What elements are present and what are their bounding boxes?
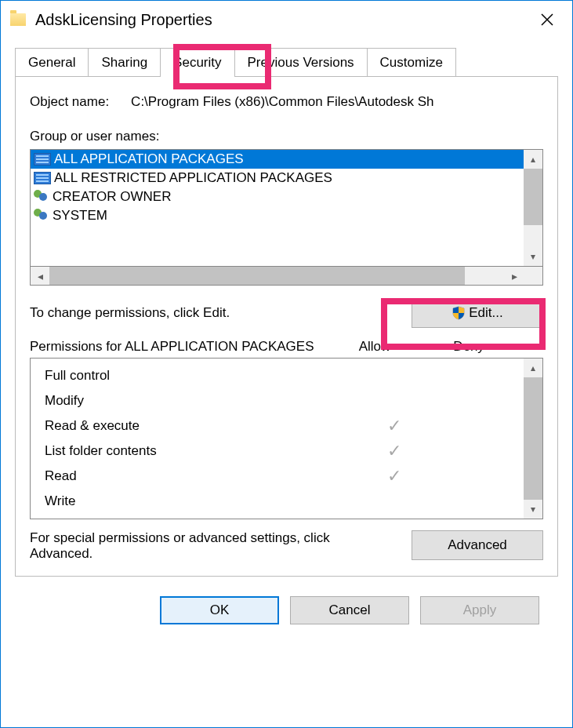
scroll-up-icon[interactable]: ▴ (524, 359, 542, 377)
users-icon (34, 209, 49, 223)
edit-button[interactable]: Edit... (412, 298, 543, 328)
hscroll-thumb[interactable] (49, 267, 465, 285)
folder-icon (10, 13, 26, 26)
package-icon (34, 172, 51, 184)
tab-previous-versions[interactable]: Previous Versions (234, 48, 368, 77)
apply-button: Apply (420, 596, 539, 624)
users-icon (34, 190, 49, 204)
permission-row[interactable]: Read✓ (45, 464, 524, 489)
tab-security[interactable]: Security (160, 48, 234, 77)
permission-row[interactable]: Modify (45, 388, 524, 413)
window-title: AdskLicensing Properties (35, 11, 531, 29)
change-permissions-text: To change permissions, click Edit. (30, 305, 230, 321)
scroll-corner (524, 267, 542, 285)
principal-item[interactable]: ALL RESTRICTED APPLICATION PACKAGES (31, 169, 524, 187)
scroll-thumb[interactable] (524, 169, 542, 225)
uac-shield-icon (452, 306, 466, 320)
principal-name: SYSTEM (53, 208, 107, 224)
permission-name: Write (45, 493, 351, 509)
permission-name: List folder contents (45, 443, 351, 459)
scroll-down-icon[interactable]: ▾ (524, 247, 542, 266)
cancel-button[interactable]: Cancel (290, 596, 409, 624)
hscroll-right-icon[interactable]: ▸ (505, 267, 524, 285)
object-name-row: Object name: C:\Program Files (x86)\Comm… (30, 94, 543, 110)
scroll-track[interactable] (524, 225, 542, 247)
permissions-listbox[interactable]: Full controlModifyRead & execute✓List fo… (30, 358, 543, 519)
advanced-button-label: Advanced (448, 537, 507, 553)
permission-name: Modify (45, 393, 351, 409)
principal-item[interactable]: CREATOR OWNER (31, 187, 524, 206)
edit-button-label: Edit... (469, 305, 502, 321)
titlebar: AdskLicensing Properties (1, 1, 572, 38)
permissions-for-label: Permissions for ALL APPLICATION PACKAGES (30, 339, 328, 355)
object-name-label: Object name: (30, 94, 109, 110)
dialog-buttons: OK Cancel Apply (15, 577, 558, 631)
principal-item[interactable]: ALL APPLICATION PACKAGES (31, 150, 524, 169)
hscroll-left-icon[interactable]: ◂ (31, 267, 49, 285)
allow-check-icon: ✓ (351, 416, 437, 436)
apply-label: Apply (463, 602, 497, 618)
ok-label: OK (210, 602, 230, 618)
principal-name: CREATOR OWNER (53, 189, 171, 205)
principals-hscroll[interactable]: ◂ ▸ (30, 267, 543, 286)
group-users-label: Group or user names: (30, 129, 543, 144)
scroll-up-icon[interactable]: ▴ (524, 150, 542, 169)
permission-name: Full control (45, 368, 351, 384)
allow-column-header: Allow (328, 339, 422, 355)
tab-strip: GeneralSharingSecurityPrevious VersionsC… (15, 48, 558, 77)
principals-listbox[interactable]: ALL APPLICATION PACKAGESALL RESTRICTED A… (30, 149, 543, 267)
package-icon (34, 153, 51, 166)
ok-button[interactable]: OK (160, 596, 279, 624)
close-button[interactable] (531, 4, 563, 35)
principal-name: ALL RESTRICTED APPLICATION PACKAGES (54, 170, 332, 186)
advanced-settings-text: For special permissions or advanced sett… (30, 530, 359, 562)
dialog-content: GeneralSharingSecurityPrevious VersionsC… (1, 38, 572, 640)
principals-scrollbar[interactable]: ▴ ▾ (524, 150, 542, 266)
scroll-down-icon[interactable]: ▾ (524, 500, 542, 519)
cancel-label: Cancel (329, 602, 371, 618)
advanced-button[interactable]: Advanced (412, 530, 543, 560)
principal-name: ALL APPLICATION PACKAGES (54, 151, 244, 167)
permission-row[interactable]: Read & execute✓ (45, 413, 524, 439)
tab-customize[interactable]: Customize (367, 48, 456, 77)
tab-sharing[interactable]: Sharing (88, 48, 161, 77)
permission-name: Read & execute (45, 418, 351, 434)
permission-row[interactable]: Write (45, 489, 524, 514)
deny-column-header: Deny (422, 339, 516, 355)
scroll-thumb[interactable] (524, 377, 542, 500)
object-name-value: C:\Program Files (x86)\Common Files\Auto… (131, 94, 433, 110)
principal-item[interactable]: SYSTEM (31, 206, 524, 225)
allow-check-icon: ✓ (351, 466, 437, 486)
allow-check-icon: ✓ (351, 441, 437, 461)
permission-name: Read (45, 468, 351, 484)
hscroll-track[interactable] (465, 267, 505, 285)
security-tab-panel: Object name: C:\Program Files (x86)\Comm… (15, 76, 558, 577)
tab-general[interactable]: General (15, 48, 89, 77)
permissions-scrollbar[interactable]: ▴ ▾ (524, 359, 542, 519)
permission-row[interactable]: List folder contents✓ (45, 439, 524, 464)
permission-row[interactable]: Full control (45, 363, 524, 388)
close-icon (541, 13, 553, 26)
